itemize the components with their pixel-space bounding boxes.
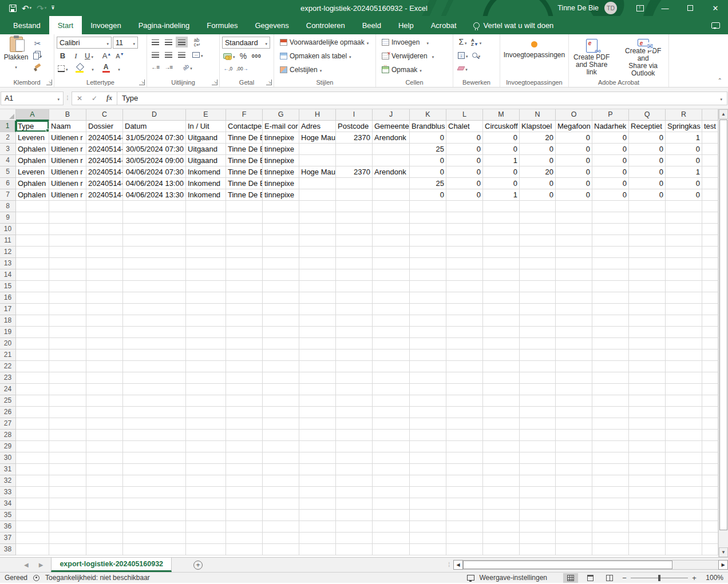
align-right-button[interactable] [176, 49, 188, 60]
menu-tab-controleren[interactable]: Controleren [298, 16, 354, 34]
cell-S27[interactable] [702, 418, 718, 430]
horizontal-scroll-thumb[interactable] [463, 561, 672, 569]
row-header-31[interactable]: 31 [0, 464, 16, 475]
cell-R33[interactable] [666, 487, 702, 498]
cell-N29[interactable] [520, 441, 556, 452]
cell-L21[interactable] [446, 349, 483, 361]
cell-S21[interactable] [702, 349, 718, 361]
minimize-button[interactable]: — [652, 0, 678, 16]
row-header-5[interactable]: 5 [0, 166, 16, 178]
column-header-D[interactable]: D [123, 109, 186, 121]
decrease-font-button[interactable]: A▼ [114, 50, 126, 61]
cell-R31[interactable] [666, 464, 702, 475]
column-header-B[interactable]: B [49, 109, 86, 121]
paste-button[interactable]: Plakken [2, 37, 30, 77]
cell-J30[interactable] [373, 452, 410, 464]
sort-filter-button[interactable]: AZ▼ [470, 37, 482, 47]
cell-N11[interactable] [520, 235, 556, 247]
cell-Q23[interactable] [629, 372, 666, 384]
borders-button[interactable] [57, 63, 69, 74]
cell-S37[interactable] [702, 533, 718, 544]
cell-O10[interactable] [556, 224, 592, 235]
fill-button[interactable]: ↓ [457, 50, 469, 61]
cell-I6[interactable] [336, 178, 373, 189]
cell-I19[interactable] [336, 327, 373, 338]
cell-O21[interactable] [556, 349, 592, 361]
cell-G3[interactable]: tinnepixe [263, 144, 299, 155]
cell-D38[interactable] [123, 544, 186, 555]
cell-O5[interactable]: 0 [556, 166, 592, 178]
cell-P27[interactable] [592, 418, 629, 430]
cell-E8[interactable] [186, 201, 226, 212]
cell-R23[interactable] [666, 372, 702, 384]
cell-N22[interactable] [520, 361, 556, 372]
row-header-23[interactable]: 23 [0, 372, 16, 384]
cell-C14[interactable] [86, 269, 123, 281]
cell-E34[interactable] [186, 498, 226, 510]
cell-L10[interactable] [446, 224, 483, 235]
cell-H9[interactable] [299, 212, 336, 224]
cell-G31[interactable] [263, 464, 299, 475]
cell-L11[interactable] [446, 235, 483, 247]
column-header-A[interactable]: A [16, 109, 49, 121]
cell-G38[interactable] [263, 544, 299, 555]
cell-J1[interactable]: Gemeente [373, 121, 410, 132]
cell-J14[interactable] [373, 269, 410, 281]
cell-S38[interactable] [702, 544, 718, 555]
row-header-2[interactable]: 2 [0, 132, 16, 144]
cell-Q28[interactable] [629, 430, 666, 441]
cell-R14[interactable] [666, 269, 702, 281]
cell-P12[interactable] [592, 247, 629, 258]
cell-M31[interactable] [483, 464, 520, 475]
cell-C20[interactable] [86, 338, 123, 349]
cell-S33[interactable] [702, 487, 718, 498]
cell-G11[interactable] [263, 235, 299, 247]
cell-M13[interactable] [483, 258, 520, 269]
row-header-20[interactable]: 20 [0, 338, 16, 349]
cell-R29[interactable] [666, 441, 702, 452]
cell-F36[interactable] [226, 521, 263, 533]
cell-O8[interactable] [556, 201, 592, 212]
cell-I17[interactable] [336, 304, 373, 315]
cell-S17[interactable] [702, 304, 718, 315]
cell-N23[interactable] [520, 372, 556, 384]
cell-B6[interactable]: Uitlenen r [49, 178, 86, 189]
cell-D26[interactable] [123, 407, 186, 418]
cell-R32[interactable] [666, 475, 702, 487]
cell-L14[interactable] [446, 269, 483, 281]
cell-J21[interactable] [373, 349, 410, 361]
cell-O7[interactable]: 0 [556, 189, 592, 201]
cell-R9[interactable] [666, 212, 702, 224]
cell-H22[interactable] [299, 361, 336, 372]
cell-C4[interactable]: 20240514- [86, 155, 123, 166]
cell-G14[interactable] [263, 269, 299, 281]
cell-J20[interactable] [373, 338, 410, 349]
cell-N4[interactable]: 0 [520, 155, 556, 166]
cell-S36[interactable] [702, 521, 718, 533]
cell-M12[interactable] [483, 247, 520, 258]
row-header-9[interactable]: 9 [0, 212, 16, 224]
cell-E19[interactable] [186, 327, 226, 338]
cell-G1[interactable]: E-mail cor [263, 121, 299, 132]
cell-K7[interactable]: 0 [410, 189, 446, 201]
cell-A38[interactable] [16, 544, 49, 555]
cell-J22[interactable] [373, 361, 410, 372]
expand-formula-bar-icon[interactable] [720, 94, 722, 102]
cell-P13[interactable] [592, 258, 629, 269]
cell-F22[interactable] [226, 361, 263, 372]
save-button[interactable] [9, 5, 17, 12]
cell-G27[interactable] [263, 418, 299, 430]
cell-A3[interactable]: Ophalen [16, 144, 49, 155]
cell-P19[interactable] [592, 327, 629, 338]
cell-H17[interactable] [299, 304, 336, 315]
align-left-button[interactable] [149, 49, 161, 60]
cell-S32[interactable] [702, 475, 718, 487]
cell-G29[interactable] [263, 441, 299, 452]
row-header-36[interactable]: 36 [0, 521, 16, 533]
cell-R15[interactable] [666, 281, 702, 292]
cell-B11[interactable] [49, 235, 86, 247]
row-header-6[interactable]: 6 [0, 178, 16, 189]
cell-H10[interactable] [299, 224, 336, 235]
column-header-O[interactable]: O [556, 109, 592, 121]
cell-O1[interactable]: Megafoon [556, 121, 592, 132]
